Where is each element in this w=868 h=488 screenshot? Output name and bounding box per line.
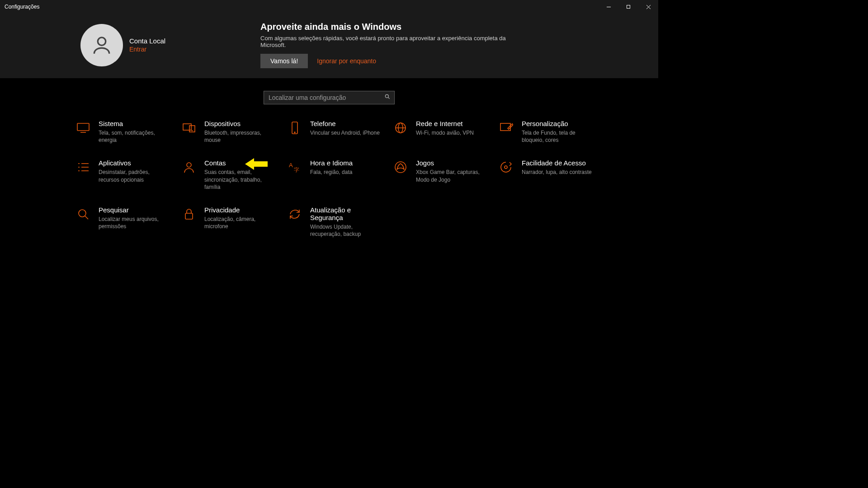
accounts-icon	[182, 160, 196, 174]
search-category-icon	[76, 207, 90, 221]
signin-link[interactable]: Entrar	[129, 46, 165, 53]
svg-rect-8	[77, 123, 89, 131]
svg-point-5	[98, 37, 106, 45]
svg-point-12	[192, 131, 193, 131]
tile-desc: Vincular seu Android, iPhone	[310, 129, 380, 136]
phone-icon	[288, 121, 302, 135]
tile-label: Atualização e Segurança	[310, 206, 382, 221]
tile-label: Jogos	[416, 159, 488, 167]
svg-point-14	[294, 132, 295, 133]
ease-of-access-icon	[499, 160, 514, 174]
promo-block: Aproveite ainda mais o Windows Com algum…	[260, 22, 532, 68]
tile-ease[interactable]: Facilidade de Acesso Narrador, lupa, alt…	[499, 159, 602, 191]
tile-label: Personalização	[522, 120, 594, 127]
search-icon	[384, 94, 391, 102]
tile-desc: Localizar meus arquivos, permissões	[99, 216, 171, 230]
tile-desc: Wi-Fi, modo avião, VPN	[416, 129, 474, 136]
devices-icon	[182, 121, 196, 135]
settings-grid: Sistema Tela, som, notificações, energia…	[62, 120, 596, 238]
tile-desc: Xbox Game Bar, capturas, Modo de Jogo	[416, 169, 488, 183]
tile-label: Privacidade	[204, 206, 277, 214]
svg-rect-33	[185, 213, 193, 219]
update-icon	[288, 207, 302, 221]
promo-primary-button[interactable]: Vamos lá!	[260, 54, 308, 68]
tile-label: Hora e Idioma	[310, 159, 353, 167]
svg-marker-26	[245, 158, 268, 170]
svg-point-29	[395, 162, 406, 173]
tile-label: Sistema	[99, 120, 171, 127]
gaming-icon	[393, 160, 408, 174]
tile-label: Facilidade de Acesso	[522, 159, 592, 167]
tile-label: Dispositivos	[204, 120, 277, 127]
tile-desc: Tela de Fundo, tela de bloqueio, cores	[522, 129, 594, 144]
close-button[interactable]	[638, 0, 658, 14]
tile-phone[interactable]: Telefone Vincular seu Android, iPhone	[288, 120, 391, 144]
tile-label: Telefone	[310, 120, 380, 127]
time-language-icon: A字	[288, 160, 302, 174]
maximize-button[interactable]	[618, 0, 638, 14]
header-band: Conta Local Entrar Aproveite ainda mais …	[0, 14, 658, 78]
annotation-arrow-icon	[245, 157, 268, 173]
svg-rect-1	[627, 5, 630, 8]
tile-search[interactable]: Pesquisar Localizar meus arquivos, permi…	[76, 206, 179, 238]
personalization-icon	[499, 121, 514, 135]
search-wrap	[0, 91, 658, 104]
tile-gaming[interactable]: Jogos Xbox Game Bar, capturas, Modo de J…	[393, 159, 496, 191]
user-icon	[90, 34, 113, 56]
tile-privacy[interactable]: Privacidade Localização, câmera, microfo…	[182, 206, 285, 238]
tile-update[interactable]: Atualização e Segurança Windows Update, …	[288, 206, 391, 238]
tile-time[interactable]: A字 Hora e Idioma Fala, região, data	[288, 159, 391, 191]
svg-point-30	[505, 166, 507, 169]
tile-label: Pesquisar	[99, 206, 171, 214]
apps-icon	[76, 160, 90, 174]
tile-desc: Tela, som, notificações, energia	[99, 129, 171, 144]
tile-personalization[interactable]: Personalização Tela de Fundo, tela de bl…	[499, 120, 602, 144]
tile-desc: Windows Update, recuperação, backup	[310, 223, 382, 238]
network-icon	[393, 121, 408, 135]
window-controls	[599, 0, 658, 14]
search-box[interactable]	[264, 91, 395, 104]
privacy-icon	[182, 207, 196, 221]
user-avatar[interactable]	[80, 24, 123, 66]
tile-desc: Desinstalar, padrões, recursos opcionais	[99, 169, 171, 183]
tile-system[interactable]: Sistema Tela, som, notificações, energia	[76, 120, 179, 144]
tile-label: Rede e Internet	[416, 120, 474, 127]
tile-label: Aplicativos	[99, 159, 171, 167]
tile-desc: Fala, região, data	[310, 169, 353, 176]
tile-desc: Narrador, lupa, alto contraste	[522, 169, 592, 176]
search-input[interactable]	[269, 94, 384, 101]
tile-accounts[interactable]: Contas Suas contas, email, sincronização…	[182, 159, 285, 191]
svg-point-6	[385, 94, 388, 98]
promo-title: Aproveite ainda mais o Windows	[260, 22, 532, 32]
promo-secondary-link[interactable]: Ignorar por enquanto	[317, 57, 376, 65]
tile-network[interactable]: Rede e Internet Wi-Fi, modo avião, VPN	[393, 120, 496, 144]
tile-apps[interactable]: Aplicativos Desinstalar, padrões, recurs…	[76, 159, 179, 191]
titlebar: Configurações	[0, 0, 658, 14]
svg-text:A: A	[289, 162, 293, 169]
svg-rect-10	[183, 124, 191, 130]
svg-text:字: 字	[294, 167, 299, 173]
tile-desc: Localização, câmera, microfone	[204, 216, 277, 230]
svg-point-25	[187, 163, 191, 167]
promo-text: Com algumas seleções rápidas, você estar…	[260, 35, 532, 48]
system-icon	[76, 121, 90, 135]
account-name: Conta Local	[129, 37, 165, 45]
svg-point-31	[79, 210, 86, 217]
svg-line-7	[388, 97, 389, 99]
tile-devices[interactable]: Dispositivos Bluetooth, impressoras, mou…	[182, 120, 285, 144]
tile-desc: Bluetooth, impressoras, mouse	[204, 129, 277, 144]
minimize-button[interactable]	[599, 0, 618, 14]
window-title: Configurações	[5, 4, 39, 10]
account-block: Conta Local Entrar	[129, 37, 165, 53]
svg-line-32	[85, 216, 88, 219]
